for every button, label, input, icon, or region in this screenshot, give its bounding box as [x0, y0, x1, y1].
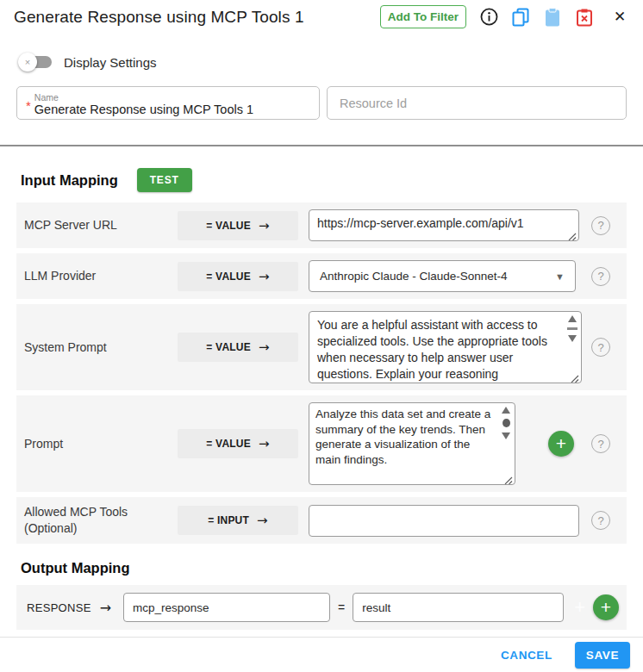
scroll-up-icon[interactable] [568, 315, 577, 322]
arrow-right-icon: → [259, 218, 270, 233]
arrow-right-icon: → [259, 339, 270, 355]
response-label: RESPONSE [27, 601, 91, 614]
prompt-textarea[interactable]: Analyze this data set and create a summa… [309, 403, 515, 484]
add-to-filter-button[interactable]: Add To Filter [380, 5, 466, 28]
copy-icon[interactable] [511, 8, 530, 27]
add-output-button[interactable]: + [593, 594, 619, 620]
mcp-server-url-textarea[interactable]: https://mcp-server.example.com/api/v1 [309, 210, 578, 240]
output-target-input[interactable] [353, 593, 564, 622]
equals-sign: = [338, 600, 345, 614]
row-label: LLM Provider [24, 268, 178, 284]
mcp-server-url-field: https://mcp-server.example.com/api/v1 [309, 209, 579, 241]
scroll-thumb[interactable] [503, 419, 510, 427]
resize-grip-icon[interactable] [567, 229, 577, 239]
header-actions: Add To Filter [380, 5, 629, 28]
prompt-field: Analyze this data set and create a summa… [309, 402, 515, 485]
help-icon[interactable]: ? [591, 267, 610, 286]
arrow-right-icon: → [257, 513, 268, 528]
dialog-footer: CANCEL SAVE [0, 637, 643, 672]
cancel-button[interactable]: CANCEL [501, 649, 552, 662]
arrow-right-icon: → [100, 600, 111, 616]
name-input[interactable] [34, 103, 319, 116]
required-asterisk: * [26, 98, 31, 113]
display-settings-row: × Display Settings [21, 51, 643, 73]
input-row-llm-provider: LLM Provider = VALUE → Anthropic Claude … [16, 253, 627, 299]
mode-chip-value[interactable]: = VALUE → [178, 429, 298, 458]
dialog-title: Generate Response using MCP Tools 1 [14, 8, 304, 27]
output-mapping-title: Output Mapping [21, 560, 129, 576]
input-row-mcp-server-url: MCP Server URL = VALUE → https://mcp-ser… [16, 202, 627, 248]
test-button[interactable]: TEST [137, 168, 192, 192]
mode-chip-value[interactable]: = VALUE → [178, 262, 298, 291]
name-field[interactable]: * Name [16, 86, 320, 120]
name-field-label: Name [34, 92, 319, 103]
row-label: Allowed MCP Tools (Optional) [24, 504, 178, 537]
input-mapping-rows: MCP Server URL = VALUE → https://mcp-ser… [16, 202, 627, 544]
plus-ghost-icon: + [574, 596, 585, 619]
output-row-response: RESPONSE → = + + [16, 585, 627, 630]
mode-chip-text: = VALUE [206, 438, 251, 450]
dialog-header: Generate Response using MCP Tools 1 Add … [0, 0, 643, 33]
scrollbar [566, 315, 578, 342]
allowed-mcp-tools-input[interactable] [309, 505, 579, 537]
system-prompt-textarea[interactable]: You are a helpful assistant with access … [309, 312, 581, 383]
toggle-off-x-icon: × [25, 57, 30, 67]
help-icon[interactable]: ? [591, 338, 610, 357]
scroll-thumb[interactable] [567, 327, 577, 330]
row-label: MCP Server URL [24, 217, 178, 233]
input-mapping-title: Input Mapping [21, 172, 118, 189]
mode-chip-input[interactable]: = INPUT → [178, 506, 298, 535]
input-row-prompt: Prompt = VALUE → Analyze this data set a… [16, 395, 627, 492]
resize-grip-icon[interactable] [503, 473, 513, 482]
info-icon[interactable] [479, 8, 498, 27]
mcp-tools-dialog: Generate Response using MCP Tools 1 Add … [0, 0, 643, 672]
scroll-down-icon[interactable] [568, 335, 577, 342]
row-label: Prompt [24, 436, 178, 452]
scroll-down-icon[interactable] [502, 432, 510, 439]
input-mapping-header: Input Mapping TEST [21, 168, 643, 192]
resize-grip-icon[interactable] [570, 371, 579, 381]
save-button[interactable]: SAVE [575, 642, 630, 669]
llm-provider-selected-value: Anthropic Claude - Claude-Sonnet-4 [320, 270, 508, 283]
help-icon[interactable]: ? [591, 434, 610, 453]
section-divider [0, 145, 643, 146]
mode-chip-text: = VALUE [206, 341, 251, 353]
scrollbar [500, 407, 512, 439]
help-icon[interactable]: ? [591, 216, 610, 235]
toggle-knob: × [18, 53, 37, 72]
llm-provider-select[interactable]: Anthropic Claude - Claude-Sonnet-4 ▼ [309, 260, 576, 292]
chevron-down-icon: ▼ [555, 271, 565, 282]
row-label: System Prompt [24, 339, 178, 356]
output-mapping-header: Output Mapping [21, 560, 643, 576]
help-icon[interactable]: ? [591, 511, 610, 530]
output-source-input[interactable] [123, 593, 330, 622]
display-settings-label: Display Settings [64, 55, 157, 70]
delete-icon[interactable] [575, 8, 594, 27]
scroll-up-icon[interactable] [502, 407, 510, 414]
resource-id-input[interactable] [328, 96, 626, 110]
detail-fields: * Name [0, 86, 643, 120]
close-icon[interactable]: ✕ [610, 8, 629, 27]
resource-id-field[interactable] [327, 86, 627, 120]
mode-chip-text: = INPUT [208, 514, 249, 526]
mode-chip-text: = VALUE [206, 220, 251, 232]
mode-chip-text: = VALUE [206, 271, 251, 283]
arrow-right-icon: → [259, 269, 270, 284]
paste-icon[interactable] [543, 8, 562, 27]
add-prompt-button[interactable]: + [548, 431, 574, 457]
arrow-right-icon: → [259, 436, 270, 451]
input-row-allowed-mcp-tools: Allowed MCP Tools (Optional) = INPUT → ? [16, 497, 627, 544]
system-prompt-field: You are a helpful assistant with access … [309, 311, 582, 383]
display-settings-toggle[interactable]: × [21, 56, 52, 68]
mode-chip-value[interactable]: = VALUE → [178, 333, 298, 362]
input-row-system-prompt: System Prompt = VALUE → You are a helpfu… [16, 304, 627, 390]
mode-chip-value[interactable]: = VALUE → [178, 211, 298, 240]
